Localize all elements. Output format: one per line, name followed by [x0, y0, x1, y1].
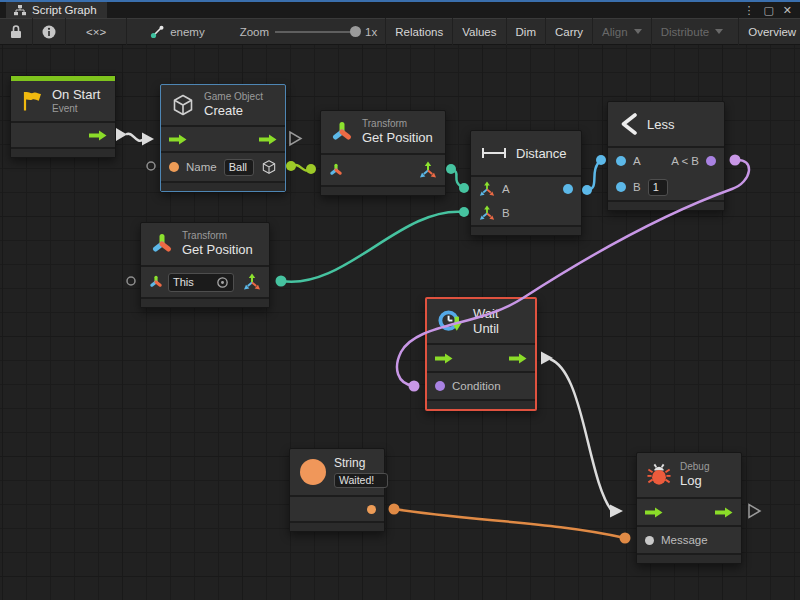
node-header: Transform Get Position: [141, 223, 269, 265]
game-object-out-port[interactable]: [261, 159, 277, 175]
a-label: A: [633, 155, 641, 167]
node-footer: [161, 183, 285, 191]
name-value: Ball: [229, 160, 247, 175]
node-title: On Start: [52, 87, 100, 103]
node-header: On Start Event: [11, 81, 115, 121]
transform-in-port[interactable]: [329, 163, 343, 177]
node-create-game-object[interactable]: Game Object Create Name Ball: [160, 84, 286, 192]
this-target-field[interactable]: This: [168, 273, 234, 292]
node-title: Distance: [516, 146, 567, 161]
node-header: Transform Get Position: [321, 111, 445, 153]
distance-icon: [481, 147, 507, 159]
less-than-icon: [620, 113, 638, 135]
node-footer: [141, 299, 269, 307]
node-title: Get Position: [182, 242, 253, 258]
flow-out-port[interactable]: [89, 130, 107, 141]
condition-label: Condition: [452, 380, 501, 392]
flag-icon: [21, 90, 43, 112]
node-title: Create: [204, 103, 263, 119]
name-label: Name: [186, 161, 217, 173]
wait-clock-icon: [437, 308, 464, 335]
node-title: Wait Until: [473, 306, 525, 336]
node-debug-log[interactable]: Debug Log Message: [636, 452, 742, 564]
node-group: Transform: [362, 118, 433, 130]
node-less[interactable]: Less A A < B B 1: [607, 101, 725, 211]
b-value: 1: [653, 180, 659, 195]
string-value-field[interactable]: Waited!: [334, 473, 388, 488]
node-header: Less: [608, 102, 724, 146]
node-title: Log: [680, 473, 709, 489]
flow-out-port[interactable]: [715, 507, 733, 518]
name-input-port[interactable]: [169, 162, 179, 172]
node-footer: [321, 187, 445, 195]
result-out-port[interactable]: [563, 184, 573, 194]
node-group: Game Object: [204, 91, 263, 103]
string-out-port[interactable]: [367, 505, 376, 514]
node-title: String: [334, 456, 388, 470]
name-value-field[interactable]: Ball: [224, 159, 254, 176]
string-type-icon: [300, 459, 326, 485]
flow-in-port[interactable]: [169, 134, 187, 145]
node-string-literal[interactable]: String Waited!: [289, 448, 385, 532]
a-in-port[interactable]: [616, 156, 626, 166]
node-footer: [608, 202, 724, 210]
result-out-port[interactable]: [706, 156, 716, 166]
node-footer: [471, 227, 581, 235]
node-footer: [290, 523, 384, 531]
node-on-start-event[interactable]: On Start Event: [10, 75, 116, 158]
node-header: Distance: [471, 131, 581, 175]
node-header: Game Object Create: [161, 85, 285, 125]
vector3-out-port[interactable]: [419, 161, 437, 179]
b-label: B: [502, 207, 510, 219]
node-footer: [11, 149, 115, 157]
node-group: Debug: [680, 461, 709, 473]
message-label: Message: [661, 534, 708, 546]
node-title: Less: [647, 117, 674, 132]
string-value: Waited!: [339, 474, 374, 487]
cube-icon: [171, 93, 195, 117]
target-value: This: [173, 274, 194, 291]
bug-icon: [647, 463, 671, 487]
message-in-port[interactable]: [645, 536, 654, 545]
node-get-position-bottom[interactable]: Transform Get Position This: [140, 222, 270, 308]
a-label: A: [502, 183, 510, 195]
transform-icon: [151, 233, 173, 255]
node-header: String Waited!: [290, 449, 384, 495]
b-label: B: [633, 181, 641, 193]
target-picker-icon[interactable]: [216, 276, 229, 289]
transform-in-port[interactable]: [149, 275, 163, 289]
flow-in-port[interactable]: [645, 507, 663, 518]
node-category: Event: [52, 103, 100, 115]
flow-out-port[interactable]: [509, 353, 527, 364]
node-get-position-top[interactable]: Transform Get Position: [320, 110, 446, 196]
unity-script-graph-window: Script Graph ⋮ ▢ ✕ <×> enemy Zoom 1x: [0, 0, 800, 600]
transform-icon: [331, 121, 353, 143]
b-in-port[interactable]: [616, 182, 626, 192]
node-wait-until[interactable]: Wait Until Condition: [425, 297, 537, 411]
vector3-b-in-port[interactable]: [479, 205, 495, 221]
node-group: Transform: [182, 230, 253, 242]
vector3-out-port[interactable]: [243, 273, 261, 291]
node-footer: [637, 555, 741, 563]
node-footer: [427, 401, 535, 409]
flow-in-port[interactable]: [435, 353, 453, 364]
result-label: A < B: [671, 155, 699, 167]
node-title: Get Position: [362, 130, 433, 146]
flow-out-port[interactable]: [259, 134, 277, 145]
node-distance[interactable]: Distance A B: [470, 130, 582, 236]
node-header: Debug Log: [637, 453, 741, 497]
vector3-a-in-port[interactable]: [479, 181, 495, 197]
condition-in-port[interactable]: [435, 381, 445, 391]
node-header: Wait Until: [427, 299, 535, 343]
b-value-field[interactable]: 1: [648, 179, 668, 196]
